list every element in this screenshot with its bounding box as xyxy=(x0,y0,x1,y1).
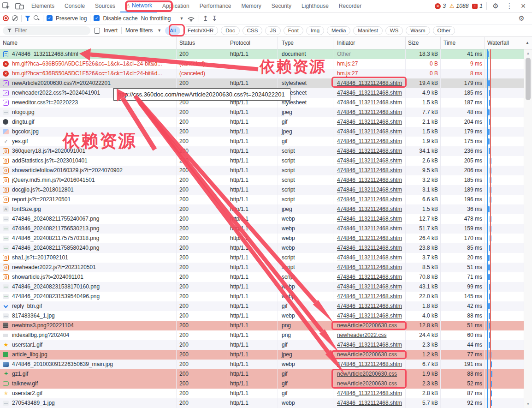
request-name[interactable]: {}newheader2022.js?t=2023120501 xyxy=(0,263,177,272)
scroll-down-arrow-icon[interactable]: ▼ xyxy=(524,402,532,406)
request-name[interactable]: ★userstar2.gif xyxy=(0,389,177,398)
initiator-link[interactable]: newheader2022.css xyxy=(337,332,386,338)
initiator-link[interactable]: 474846_1132112468.shtm xyxy=(337,235,402,241)
filter-chip-css[interactable]: CSS xyxy=(242,26,263,35)
initiator-link[interactable]: 474846_1132112468.shtm xyxy=(337,128,402,135)
filter-chip-all[interactable]: All xyxy=(165,26,180,35)
request-name[interactable]: +gz1.gif xyxy=(0,369,177,379)
table-row[interactable]: indexallbg.png?202404200http/1.1pngnewhe… xyxy=(0,330,532,340)
table-row[interactable]: article_libg.jpg200http/1.1jpegnewArticl… xyxy=(0,350,532,360)
request-name[interactable]: ✕hm.gif?hca=636B550A5DC1F526&cc=1&ck=1&c… xyxy=(0,59,177,69)
table-row[interactable]: reply_btn.gif200http/1.1gif474846_113211… xyxy=(0,301,532,311)
table-row[interactable]: {}addStatistics.js?t=2023010401200http/1… xyxy=(0,156,532,166)
table-row[interactable]: 474846_202408211758580240.png200http/1.1… xyxy=(0,243,532,253)
table-row[interactable]: {}report.js?t=2023120501200http/1.1scrip… xyxy=(0,195,532,204)
initiator-link[interactable]: 474846_1132112468.shtm xyxy=(337,216,402,222)
table-row[interactable]: AfontSize.jpg200http/1.1jpeg474846_11321… xyxy=(0,204,532,214)
initiator-link[interactable]: 474846_1132112468.shtm xyxy=(337,206,402,212)
network-settings-gear-icon[interactable]: ⚙ xyxy=(519,14,529,23)
table-row[interactable]: {}newheader2022.js?t=2023120501200http/1… xyxy=(0,263,532,272)
tab-sources[interactable]: Sources xyxy=(90,0,120,12)
filter-input[interactable]: Filter xyxy=(3,26,90,35)
table-row[interactable]: 474846_201003091226350639_main.jpg200htt… xyxy=(0,360,532,369)
request-name[interactable]: indexallbg.png?202404 xyxy=(0,330,177,340)
settings-gear-icon[interactable]: ⚙ xyxy=(491,2,501,10)
request-name[interactable]: nlogo.jpg xyxy=(0,108,177,117)
tab-memory[interactable]: Memory xyxy=(236,0,266,12)
preserve-log-checkbox[interactable]: ✓ xyxy=(47,15,53,21)
initiator-link[interactable]: 474846_1132112468.shtm xyxy=(337,274,402,280)
column-header-initiator[interactable]: Initiator xyxy=(333,37,406,49)
initiator-link[interactable]: 474846_1132112468.shtm xyxy=(337,138,402,144)
request-name[interactable]: 474846_201003091226350639_main.jpg xyxy=(0,360,177,369)
table-row[interactable]: 474846_202408231539540496.png200http/1.1… xyxy=(0,292,532,301)
filter-chip-fetchxhr[interactable]: Fetch/XHR xyxy=(183,26,218,35)
initiator-link[interactable]: 474846_1132112468.shtm xyxy=(337,109,402,115)
request-name[interactable]: talknew.gif xyxy=(0,379,177,389)
table-row[interactable]: ✓yes.gif200http/1.1gif474846_1132112468.… xyxy=(0,137,532,146)
request-name[interactable]: 474846_202408211755240067.png xyxy=(0,214,177,224)
request-name[interactable]: newbtns3.png?20221104 xyxy=(0,321,177,330)
filter-chip-manifest[interactable]: Manifest xyxy=(353,26,382,35)
sort-ascending-icon[interactable]: ▲ xyxy=(526,37,529,49)
tab-elements[interactable]: Elements xyxy=(26,0,59,12)
request-name[interactable]: 817483364_1.jpg xyxy=(0,311,177,321)
throttling-select[interactable]: No throttling xyxy=(141,15,171,22)
initiator-link[interactable]: 474846_1132112468.shtm xyxy=(337,312,402,319)
request-name[interactable]: {}addStatistics.js?t=2023010401 xyxy=(0,156,177,166)
scroll-up-arrow-icon[interactable]: ▲ xyxy=(524,51,532,55)
throttling-caret-icon[interactable]: ▼ xyxy=(179,16,183,21)
request-name[interactable]: reply_btn.gif xyxy=(0,301,177,311)
tab-network[interactable]: ⚠Network xyxy=(120,0,157,12)
tab-console[interactable]: Console xyxy=(59,0,90,12)
filter-chip-other[interactable]: Other xyxy=(433,26,455,35)
initiator-link[interactable]: 474846_1132112468.shtm xyxy=(337,293,402,300)
request-name[interactable]: ↗newArticle20200630.css?t=2024022201 xyxy=(0,78,177,88)
request-name[interactable]: 474846_202408211758580240.png xyxy=(0,243,177,253)
initiator-link[interactable]: 474846_1132112468.shtm xyxy=(337,264,402,270)
initiator-link[interactable]: 474846_1132112468.shtm xyxy=(337,400,402,406)
table-row[interactable]: {}docgjio.js?t=2018012801200http/1.1scri… xyxy=(0,185,532,195)
table-row[interactable]: {}showarticlefollow20160329.js?t=2024070… xyxy=(0,166,532,175)
import-har-icon[interactable]: ↥ xyxy=(202,14,208,23)
initiator-link[interactable]: 474846_1132112468.shtm xyxy=(337,390,402,396)
more-options-kebab-icon[interactable]: ⋮ xyxy=(504,2,514,10)
table-row[interactable]: 474846_202408231538170160.png200http/1.1… xyxy=(0,282,532,292)
initiator-link[interactable]: 474846_1132112468.shtm xyxy=(337,196,402,203)
request-name[interactable]: {}report.js?t=2023120501 xyxy=(0,195,177,204)
table-row[interactable]: ✕hm.gif?hca=636B550A5DC1F526&cc=1&ck=1&c… xyxy=(0,59,532,69)
table-row[interactable]: 474846_1132112468.shtml200http/1.1docume… xyxy=(0,49,532,59)
inspect-element-icon[interactable] xyxy=(0,0,13,12)
vertical-scrollbar[interactable]: ▲ ▼ xyxy=(524,49,532,408)
initiator-link[interactable]: 474846_1132112468.shtm xyxy=(337,80,402,86)
issues-badge[interactable]: !1 xyxy=(472,3,483,9)
initiator-link[interactable]: 474846_1132112468.shtm xyxy=(337,361,402,367)
disable-cache-checkbox[interactable]: ✓ xyxy=(94,15,100,21)
clear-network-log-button[interactable] xyxy=(12,15,18,21)
request-name[interactable]: {}360query18.js?t=2020091001 xyxy=(0,146,177,156)
column-header-time[interactable]: Time xyxy=(441,37,485,49)
table-row[interactable]: nlogo.jpg200http/1.1jpeg474846_113211246… xyxy=(0,108,532,117)
filter-chip-img[interactable]: Img xyxy=(306,26,324,35)
request-name[interactable]: 474846_202408231539540496.png xyxy=(0,292,177,301)
initiator-link[interactable]: 474846_1132112468.shtm xyxy=(337,225,402,232)
network-conditions-icon[interactable] xyxy=(187,15,195,22)
table-row[interactable]: ↗newArticle20200630.css?t=2024022201200h… xyxy=(0,78,532,88)
filter-chip-doc[interactable]: Doc xyxy=(221,26,239,35)
initiator-link[interactable]: 474846_1132112468.shtm xyxy=(337,283,402,290)
initiator-link[interactable]: 474846_1132112468.shtm xyxy=(337,245,402,251)
initiator-link[interactable]: 474846_1132112468.shtm xyxy=(337,90,402,96)
initiator-link[interactable]: 474846_1132112468.shtm xyxy=(337,157,402,164)
column-header-waterfall[interactable]: Waterfall▲ xyxy=(485,37,532,49)
request-name[interactable]: 270543489_1.jpg xyxy=(0,398,177,408)
request-name[interactable]: {}showarticlefollow20160329.js?t=2024070… xyxy=(0,166,177,175)
filter-chip-media[interactable]: Media xyxy=(327,26,350,35)
table-row[interactable]: ★userstar1.gif200http/1.1gif474846_11321… xyxy=(0,340,532,350)
export-har-icon[interactable]: ↧ xyxy=(212,14,218,23)
table-row[interactable]: {}showarticle.js?t=2024091101200http/1.1… xyxy=(0,272,532,282)
table-row[interactable]: 270543489_1.jpg200http/1.1webp474846_113… xyxy=(0,398,532,408)
initiator-link[interactable]: 474846_1132112468.shtm xyxy=(337,167,402,174)
request-name[interactable]: article_libg.jpg xyxy=(0,350,177,360)
table-row[interactable]: talknew.gif200http/1.1gifnewArticle20200… xyxy=(0,379,532,389)
initiator-link[interactable]: newArticle20200630.css xyxy=(337,322,397,329)
